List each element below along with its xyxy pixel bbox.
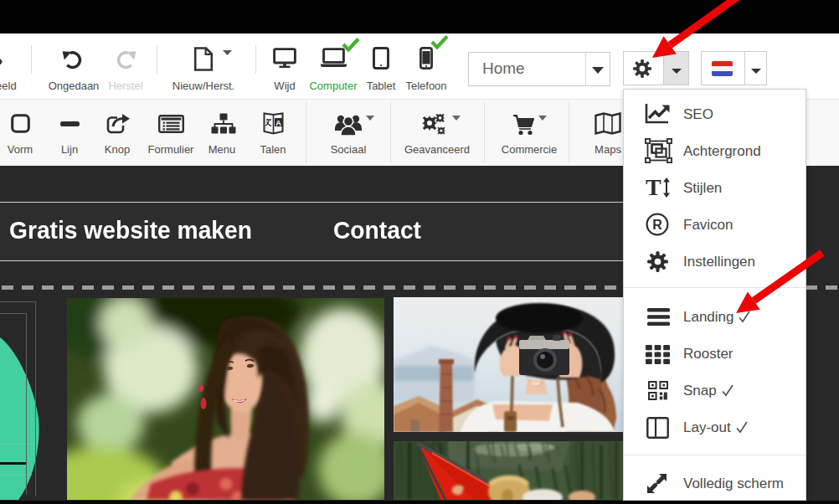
svg-text:A: A xyxy=(275,119,281,127)
svg-text:R: R xyxy=(652,218,662,232)
